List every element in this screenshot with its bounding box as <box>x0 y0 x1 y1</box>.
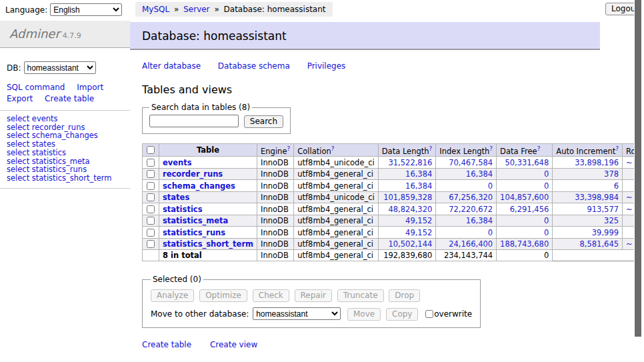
cell-index_length[interactable]: 24,166,400 <box>436 238 497 250</box>
help-icon[interactable]: ? <box>537 145 541 152</box>
row-checkbox-statistics_short_term[interactable] <box>147 240 155 248</box>
cell-data_length[interactable]: 10,502,144 <box>378 238 436 250</box>
sidebar-select-statistics[interactable]: select statistics <box>7 149 130 157</box>
app-name: Adminer <box>9 27 60 41</box>
cell-data_free[interactable]: 0 <box>497 168 553 180</box>
cell-auto_increment[interactable]: 39,999 <box>553 227 623 239</box>
table-link-recorder_runs[interactable]: recorder_runs <box>163 169 223 179</box>
row-checkbox-schema_changes[interactable] <box>147 182 155 190</box>
move-db-select[interactable]: homeassistant <box>253 307 341 320</box>
cell-index_length[interactable]: 0 <box>436 227 497 239</box>
cell-data_free[interactable]: 50,331,648 <box>497 157 553 169</box>
db-link-alter-database[interactable]: Alter database <box>142 61 201 71</box>
cell-index_length[interactable]: 0 <box>436 180 497 192</box>
database-action-links: Alter database Database schema Privilege… <box>142 61 644 71</box>
cell-data_free[interactable]: 6,291,456 <box>497 203 553 215</box>
scrollbar-thumb[interactable] <box>635 0 641 337</box>
scrollbar-track[interactable] <box>634 0 644 362</box>
cell-auto_increment[interactable]: 8,581,645 <box>553 238 623 250</box>
column-header-data-length: Data Length <box>382 146 429 155</box>
cell-data_length[interactable]: 16,384 <box>378 180 436 192</box>
row-checkbox-statistics[interactable] <box>147 205 155 213</box>
truncate-button[interactable]: Truncate <box>337 289 384 302</box>
sidebar-action-create-table[interactable]: Create table <box>45 94 94 103</box>
cell-data_length[interactable]: 49,152 <box>378 227 436 239</box>
cell-auto_increment[interactable]: 33,398,984 <box>553 191 623 203</box>
db-link-database-schema[interactable]: Database schema <box>218 61 290 71</box>
cell-auto_increment[interactable]: 325 <box>553 215 623 227</box>
cell-collation: utf8mb4_general_ci <box>294 203 379 215</box>
cell-data_length[interactable]: 31,522,816 <box>378 157 436 169</box>
table-row: statisticsInnoDButf8mb4_general_ci48,824… <box>143 203 644 215</box>
adminer-logo[interactable]: Adminer4.7.9 <box>0 21 130 48</box>
table-link-statistics_short_term[interactable]: statistics_short_term <box>163 239 253 249</box>
table-link-events[interactable]: events <box>163 158 192 167</box>
cell-data_free[interactable]: 188,743,680 <box>497 238 553 250</box>
cell-data_free[interactable]: 104,857,600 <box>497 191 553 203</box>
copy-button[interactable]: Copy <box>386 308 418 321</box>
row-checkbox-statistics_runs[interactable] <box>147 229 155 237</box>
table-link-schema_changes[interactable]: schema_changes <box>163 181 235 191</box>
sidebar-select-events[interactable]: select events <box>7 115 130 123</box>
overwrite-checkbox[interactable] <box>425 310 433 318</box>
drop-button[interactable]: Drop <box>389 289 420 302</box>
table-row: recorder_runsInnoDButf8mb4_general_ci16,… <box>143 168 644 180</box>
cell-index_length[interactable]: 16,384 <box>436 215 497 227</box>
sidebar-action-import[interactable]: Import <box>77 83 103 92</box>
optimize-button[interactable]: Optimize <box>199 289 247 302</box>
select-all-checkbox[interactable] <box>147 146 155 154</box>
row-checkbox-statistics_meta[interactable] <box>147 217 155 225</box>
total-collation: utf8mb4_general_ci <box>294 250 379 261</box>
cell-data_length[interactable]: 49,152 <box>378 215 436 227</box>
row-checkbox-states[interactable] <box>147 193 155 201</box>
help-icon[interactable]: ? <box>429 145 433 152</box>
link-create-table[interactable]: Create table <box>142 340 191 349</box>
sidebar-action-sql-command[interactable]: SQL command <box>7 83 65 92</box>
sidebar-action-export[interactable]: Export <box>7 94 33 103</box>
cell-data_free[interactable]: 0 <box>497 215 553 227</box>
breadcrumb: MySQL » Server » Database: homeassistant <box>135 2 333 17</box>
cell-index_length[interactable]: 16,384 <box>436 168 497 180</box>
cell-data_free[interactable]: 0 <box>497 227 553 239</box>
analyze-button[interactable]: Analyze <box>151 289 194 302</box>
cell-index_length[interactable]: 72,220,672 <box>436 203 497 215</box>
check-button[interactable]: Check <box>253 289 289 302</box>
row-checkbox-events[interactable] <box>147 159 155 167</box>
search-input[interactable] <box>149 115 239 127</box>
db-link-privileges[interactable]: Privileges <box>307 61 346 71</box>
cell-data_length[interactable]: 101,859,328 <box>378 191 436 203</box>
help-icon[interactable]: ? <box>331 145 335 152</box>
cell-index_length[interactable]: 70,467,584 <box>436 157 497 169</box>
cell-auto_increment[interactable]: 33,898,196 <box>553 157 623 169</box>
cell-engine: InnoDB <box>257 238 294 250</box>
selected-legend: Selected (0) <box>151 275 203 284</box>
cell-data_length[interactable]: 48,824,320 <box>378 203 436 215</box>
help-icon[interactable]: ? <box>615 145 619 152</box>
language-select[interactable]: English <box>50 3 122 16</box>
db-select[interactable]: homeassistant <box>24 61 96 74</box>
link-create-view[interactable]: Create view <box>210 340 257 349</box>
table-link-states[interactable]: states <box>163 193 189 202</box>
cell-data_free[interactable]: 0 <box>497 180 553 192</box>
db-selector-row: DB:homeassistant <box>0 48 130 74</box>
cell-auto_increment[interactable]: 913,577 <box>553 203 623 215</box>
breadcrumb-mysql[interactable]: MySQL <box>142 5 169 14</box>
table-link-statistics_runs[interactable]: statistics_runs <box>163 228 225 237</box>
search-button[interactable]: Search <box>244 115 283 128</box>
breadcrumb-server[interactable]: Server <box>183 5 209 14</box>
table-link-statistics[interactable]: statistics <box>163 205 203 214</box>
cell-data_length[interactable]: 16,384 <box>378 168 436 180</box>
row-checkbox-recorder_runs[interactable] <box>147 170 155 178</box>
db-label: DB: <box>7 63 21 73</box>
cell-auto_increment[interactable]: 378 <box>553 168 623 180</box>
move-button[interactable]: Move <box>347 308 381 321</box>
cell-index_length[interactable]: 67,256,320 <box>436 191 497 203</box>
cell-auto_increment[interactable]: 6 <box>553 180 623 192</box>
table-link-statistics_meta[interactable]: statistics_meta <box>163 216 228 225</box>
sidebar-select-states[interactable]: select states <box>7 140 130 149</box>
main-panel: Database: homeassistant Alter database D… <box>130 22 644 362</box>
repair-button[interactable]: Repair <box>295 289 332 302</box>
help-icon[interactable]: ? <box>287 145 290 152</box>
sidebar-select-statistics_short_term[interactable]: select statistics_short_term <box>7 174 130 183</box>
help-icon[interactable]: ? <box>489 145 493 152</box>
